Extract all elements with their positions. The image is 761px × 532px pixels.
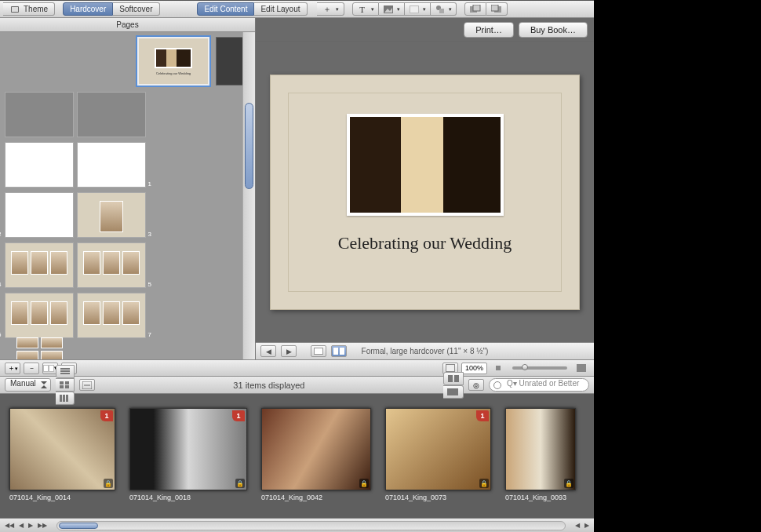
scroll-last-button[interactable]: ▶▶ <box>38 522 47 529</box>
book-title-text[interactable]: Celebrating our Wedding <box>338 233 512 253</box>
item-thumbnail[interactable]: 1🔒 <box>385 408 491 490</box>
pages-panel-title: Pages <box>0 18 255 32</box>
svg-rect-17 <box>44 366 48 371</box>
svg-rect-20 <box>446 365 454 371</box>
browser-item[interactable]: 🔒071014_King_0042 <box>261 408 371 504</box>
svg-rect-15 <box>340 348 344 355</box>
paste-layout-button[interactable] <box>486 2 508 16</box>
sort-select[interactable]: Manual <box>5 378 51 392</box>
pages-scrollbar[interactable] <box>242 32 255 359</box>
scroll-left2-button[interactable]: ◀ <box>575 522 580 529</box>
spread-view-button[interactable] <box>331 345 347 357</box>
cover-photo[interactable] <box>347 114 504 216</box>
scroll-right-button[interactable]: ▶ <box>28 522 33 529</box>
svg-rect-23 <box>60 368 70 370</box>
loupe-button[interactable]: ◎ <box>468 379 484 391</box>
horizontal-scroll-thumb[interactable] <box>59 523 98 529</box>
remove-page-button[interactable]: － <box>24 363 39 374</box>
page-number: 6 <box>0 331 1 338</box>
page-number: 5 <box>148 281 151 288</box>
plus-icon: ＋ <box>322 4 333 15</box>
edit-layout-button[interactable]: Edit Layout <box>254 2 307 16</box>
edit-content-button[interactable]: Edit Content <box>197 2 254 16</box>
item-caption: 071014_King_0073 <box>385 494 491 501</box>
scroll-right2-button[interactable]: ▶ <box>584 522 589 529</box>
browser-item[interactable]: 1🔒071014_King_0073 <box>385 408 491 504</box>
text-tool-button[interactable]: T▾ <box>352 2 379 16</box>
theme-icon <box>9 4 20 15</box>
page-thumb[interactable] <box>5 142 74 188</box>
chevron-down-icon: ▾ <box>336 3 339 16</box>
single-page-view-button[interactable] <box>311 345 326 357</box>
buy-book-button[interactable]: Buy Book… <box>519 22 588 38</box>
page-thumb[interactable]: 2 <box>5 192 74 238</box>
browser-item[interactable]: 1🔒071014_King_0014 <box>9 408 115 504</box>
prev-page-button[interactable]: ◀ <box>260 345 276 357</box>
arrow-left-icon: ◀ <box>266 348 271 355</box>
front-cover-thumb[interactable]: Celebrating our Wedding <box>137 37 209 86</box>
loupe-icon: ◎ <box>473 381 479 389</box>
theme-button[interactable]: Theme <box>3 2 55 16</box>
page-thumb[interactable] <box>77 92 146 137</box>
pages-scroll-thumb[interactable] <box>245 103 253 189</box>
list-view-button[interactable] <box>56 365 75 378</box>
svg-rect-24 <box>60 370 70 372</box>
scroll-first-button[interactable]: ◀◀ <box>5 522 14 529</box>
search-placeholder: Unrated or Better <box>519 379 580 388</box>
filmstrip-button[interactable] <box>443 372 464 385</box>
item-caption: 071014_King_0093 <box>505 494 576 501</box>
page-thumb[interactable]: 5 <box>77 242 146 288</box>
grid-view-button[interactable] <box>56 378 75 392</box>
item-thumbnail[interactable]: 1🔒 <box>129 408 247 490</box>
hardcover-button[interactable]: Hardcover <box>63 2 113 16</box>
svg-rect-27 <box>65 381 69 384</box>
item-thumbnail[interactable]: 🔒 <box>261 408 371 490</box>
page-thumb[interactable]: 6 <box>5 293 74 338</box>
page-number: 7 <box>148 331 151 338</box>
text-icon: T <box>357 4 368 15</box>
page-thumb[interactable] <box>5 92 74 137</box>
zoom-out-icon <box>490 363 506 374</box>
zoom-knob[interactable] <box>522 364 528 370</box>
add-menu[interactable]: ＋▾ <box>317 2 344 16</box>
print-button[interactable]: Print… <box>464 22 514 38</box>
svg-rect-1 <box>12 7 18 12</box>
svg-rect-13 <box>315 348 322 354</box>
filter-search[interactable]: Q▾ Unrated or Better <box>489 378 589 392</box>
page-number: 2 <box>0 231 1 238</box>
copy-layout-button[interactable] <box>464 2 486 16</box>
elements-button[interactable]: ▾ <box>431 2 457 16</box>
scroll-left-button[interactable]: ◀ <box>19 522 24 529</box>
zoom-slider[interactable] <box>512 366 567 370</box>
page-thumb[interactable]: 1 <box>77 142 146 188</box>
book-format-status: Formal, large hardcover (11" × 8 ½") <box>351 347 498 355</box>
svg-rect-25 <box>60 373 70 374</box>
svg-rect-18 <box>49 366 53 371</box>
item-thumbnail[interactable]: 1🔒 <box>9 408 115 490</box>
browser-item[interactable]: 1🔒071014_King_0018 <box>129 408 247 504</box>
lock-icon: 🔒 <box>359 479 369 488</box>
item-thumbnail[interactable]: 🔒 <box>505 408 576 490</box>
add-page-button[interactable]: ＋▾ <box>5 363 20 374</box>
zoom-value[interactable]: 100% <box>461 363 487 374</box>
page-thumb[interactable]: 4 <box>5 242 74 288</box>
cover-mini-photo <box>155 48 192 68</box>
copy-layout-icon <box>470 4 481 15</box>
page-number: 4 <box>0 281 1 288</box>
lock-icon: 🔒 <box>479 479 489 488</box>
usage-badge: 1 <box>232 410 245 421</box>
toggle-panel-button[interactable] <box>79 379 95 391</box>
photo-tool-button[interactable]: ▾ <box>379 2 405 16</box>
svg-rect-26 <box>60 381 64 384</box>
horizontal-scrollbar[interactable] <box>56 521 566 530</box>
book-page-canvas[interactable]: Celebrating our Wedding <box>270 75 580 310</box>
svg-rect-21 <box>496 366 501 370</box>
page-thumb[interactable]: 7 <box>77 293 146 338</box>
softcover-button[interactable]: Softcover <box>113 2 159 16</box>
page-thumb[interactable]: 3 <box>77 192 146 238</box>
svg-rect-14 <box>333 348 338 355</box>
browser-item[interactable]: 🔒071014_King_0093 <box>505 408 576 504</box>
page-style-button[interactable]: ▾ <box>405 2 431 16</box>
next-page-button[interactable]: ▶ <box>281 345 297 357</box>
zoom-in-icon <box>573 363 589 374</box>
